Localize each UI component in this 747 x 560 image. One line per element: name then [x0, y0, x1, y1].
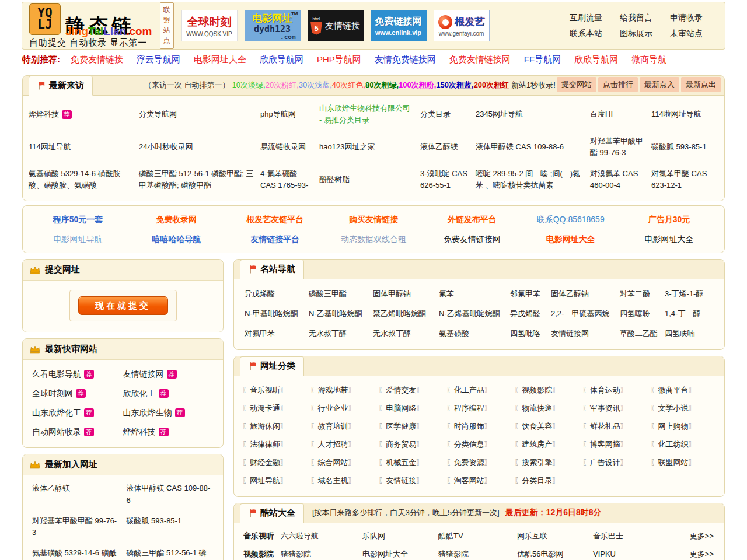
category-link[interactable]: 游戏地带 [310, 381, 379, 399]
visited-site-link[interactable]: 易流链收录网 [260, 131, 319, 163]
category-link[interactable]: 淘客网站 [446, 471, 515, 489]
header-link[interactable]: 联系本站 [570, 29, 602, 39]
famous-site-link[interactable]: 固体乙醇钠 [551, 284, 620, 304]
more-link[interactable]: 更多>> [672, 531, 717, 541]
header-link[interactable]: 图标展示 [620, 29, 652, 39]
header-link[interactable]: 给我留言 [620, 13, 652, 23]
fast-review-site-link[interactable]: 全球时刻网荐 [32, 384, 123, 403]
visited-site-link[interactable]: 分类导航网 [139, 98, 260, 131]
cool-site-link[interactable]: 乐队网 [362, 531, 438, 541]
added-site-link[interactable]: 对羟基苯甲酸甲酯 99-76-3 [32, 515, 120, 540]
visits-action-button[interactable]: 最新点出 [681, 77, 721, 92]
tab-famous-nav[interactable]: 名站导航 [240, 260, 304, 279]
famous-site-link[interactable]: 友情链接网 [551, 324, 620, 344]
famous-site-link[interactable]: 氟苯 [439, 284, 510, 304]
fast-review-site-link[interactable]: 山东欣烨生物荐 [123, 403, 214, 422]
category-link[interactable]: 法律律师 [242, 435, 310, 453]
visited-site-link[interactable]: 3-溴吡啶 CAS 626-55-1 [420, 163, 476, 196]
category-link[interactable]: 饮食美容 [514, 417, 582, 435]
category-link[interactable]: 联盟网站 [650, 453, 718, 471]
category-link[interactable]: 人才招聘 [310, 435, 379, 453]
cool-site-link[interactable]: VIPKU [593, 550, 672, 558]
promo-link[interactable]: 电影网址大全 [620, 232, 718, 247]
visited-site-link[interactable]: 液体甲醇镁 CAS 109-88-6 [476, 131, 590, 163]
category-link[interactable]: 综合网站 [310, 453, 379, 471]
visited-site-link[interactable]: 对溴氟苯 CAS 460-00-4 [590, 163, 651, 196]
famous-site-link[interactable]: 四氢吡咯 [510, 324, 551, 344]
promo-link[interactable]: 程序50元一套 [29, 212, 127, 227]
visits-action-button[interactable]: 最新点入 [640, 77, 679, 92]
famous-site-link[interactable]: N-甲基吡咯烷酮 [245, 304, 309, 324]
category-link[interactable]: 建筑房产 [514, 435, 582, 453]
added-site-link[interactable]: 液体乙醇镁 [32, 482, 120, 507]
banner-html5-links[interactable]: html 5 友情链接 [308, 10, 364, 41]
added-site-link[interactable]: 磷酸三甲酯 512-56-1 磷酸甲酯; 三甲基磷酸酯; 磷酸甲酯 [127, 547, 214, 560]
famous-site-link[interactable]: 无水叔丁醇 [309, 324, 373, 344]
cool-category-label[interactable]: 音乐视听 [243, 531, 281, 541]
category-link[interactable]: 分类信息 [446, 435, 515, 453]
tab-categories[interactable]: 网址分类 [240, 356, 304, 376]
header-link[interactable]: 未审站点 [670, 29, 703, 39]
famous-site-link[interactable]: N-乙烯基吡啶烷酮 [439, 304, 510, 324]
category-link[interactable]: 免费资源 [446, 453, 515, 471]
category-link[interactable]: 搜索引擎 [514, 453, 582, 471]
category-link[interactable]: 军事资讯 [582, 399, 651, 417]
recommend-link[interactable]: 微商导航 [631, 54, 666, 64]
visits-action-button[interactable]: 点击排行 [598, 77, 638, 92]
category-link[interactable]: 教育培训 [310, 417, 379, 435]
union-sites-tab[interactable]: 联盟站点 [160, 2, 174, 49]
cool-site-link[interactable]: 酷酷TV [438, 531, 517, 541]
visited-site-link[interactable]: 氨基磺酸 5329-14-6 磺酰胺酸、磺酸胺、氨磺酸 [29, 163, 139, 196]
cool-category-label[interactable]: 视频影院 [243, 549, 281, 559]
famous-site-link[interactable]: 氨基磺酸 [439, 324, 510, 344]
famous-site-link[interactable]: N-乙基吡咯烷酮 [309, 304, 373, 324]
banner-dydh123[interactable]: TM 电影网址 dydh123 .com [245, 10, 301, 41]
category-link[interactable]: 文学小说 [650, 399, 718, 417]
category-link[interactable]: 体育运动 [582, 381, 651, 399]
cool-site-link[interactable]: 网乐互联 [517, 531, 593, 541]
category-link[interactable]: 时尚服饰 [446, 417, 515, 435]
famous-site-link[interactable]: 对苯二酚 [620, 284, 665, 304]
cool-site-link[interactable]: 电影网址大全 [362, 549, 438, 559]
famous-site-link[interactable]: 3-丁烯-1-醇 [665, 284, 717, 304]
famous-site-link[interactable]: 2,2-二甲硫基丙烷 [551, 304, 620, 324]
fast-review-site-link[interactable]: 山东欣烨化工荐 [32, 403, 123, 422]
cool-site-link[interactable]: 猪猪影院 [438, 549, 517, 559]
recommend-link[interactable]: FF导航网 [524, 54, 561, 64]
promo-link[interactable]: 购买友情链接 [324, 212, 423, 227]
promo-link[interactable]: 免费收录网 [127, 212, 226, 227]
banner-cnlink[interactable]: 免费链接网 www.cnlink.vip [371, 10, 427, 41]
famous-site-link[interactable]: 无水叔丁醇 [373, 324, 439, 344]
famous-site-link[interactable]: 对氟甲苯 [245, 324, 309, 344]
visited-site-link[interactable]: 山东欣烨生物科技有限公司 - 易推分类目录 [319, 98, 420, 131]
visited-site-link[interactable]: 液体乙醇镁 [420, 131, 476, 163]
category-link[interactable]: 音乐视听 [242, 381, 310, 399]
promo-link[interactable]: 友情链接平台 [226, 232, 324, 247]
category-link[interactable]: 化工产品 [446, 381, 515, 399]
visited-site-link[interactable]: 酚醛树脂 [319, 163, 420, 196]
cool-site-link[interactable]: 六六啦导航 [281, 531, 362, 541]
famous-site-link[interactable]: 四氢噻吩 [620, 304, 665, 324]
category-link[interactable]: 网上购物 [650, 417, 718, 435]
visited-site-link[interactable]: 2345网址导航 [476, 98, 590, 131]
promo-link[interactable]: 联系QQ:85618659 [521, 212, 620, 227]
recommend-link[interactable]: 欣欣导航网 [574, 54, 618, 64]
promo-link[interactable]: 根发艺友链平台 [226, 212, 324, 227]
cool-site-link[interactable]: 音乐巴士 [593, 531, 672, 541]
famous-site-link[interactable]: 聚乙烯吡咯烷酮 [373, 304, 439, 324]
promo-link[interactable]: 免费友情链接网 [423, 232, 521, 247]
visited-site-link[interactable]: 碳酸胍 593-85-1 [651, 131, 720, 163]
visited-site-link[interactable]: 114啦网址导航 [651, 98, 720, 131]
visited-site-link[interactable]: 114网址导航 [29, 131, 139, 163]
famous-site-link[interactable]: 磷酸三甲酯 [309, 284, 373, 304]
visits-action-button[interactable]: 提交网站 [557, 77, 596, 92]
category-link[interactable]: 爱情交友 [378, 381, 446, 399]
famous-site-link[interactable]: 邻氟甲苯 [510, 284, 551, 304]
category-link[interactable]: 微商平台 [650, 381, 718, 399]
tab-latest-visits[interactable]: 最新来访 [29, 76, 93, 96]
fast-review-site-link[interactable]: 友情链接网荐 [123, 365, 214, 384]
visited-site-link[interactable]: 嘧啶 289-95-2 间二嗪 ;间(二)氮苯 、嘧啶核苷类抗菌素 [476, 163, 590, 196]
category-link[interactable]: 商务贸易 [378, 435, 446, 453]
famous-site-link[interactable]: 异戊烯醛 [245, 284, 309, 304]
visited-site-link[interactable]: hao123网址之家 [319, 131, 420, 163]
